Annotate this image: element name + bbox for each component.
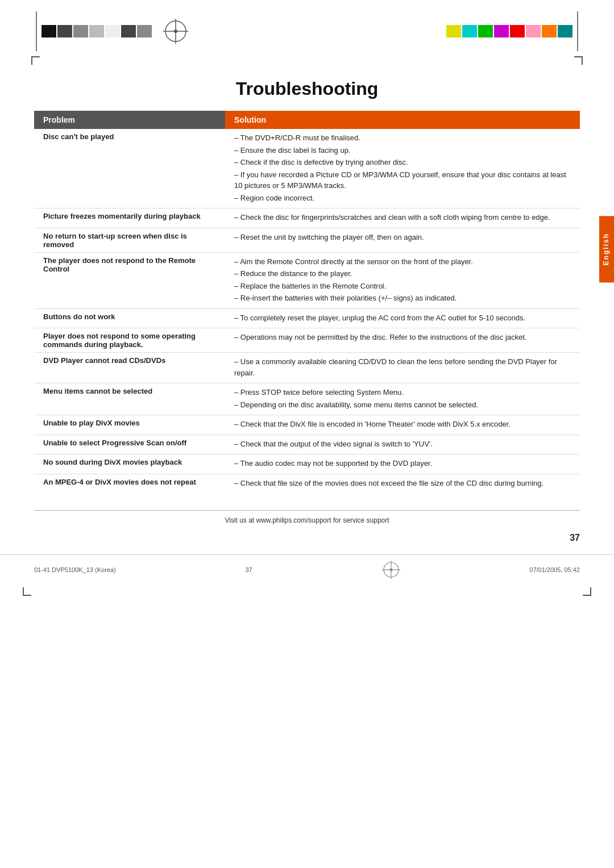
col-header-solution: Solution bbox=[225, 111, 580, 129]
solution-cell: The DVD+R/CD-R must be finalised.Ensure … bbox=[225, 129, 580, 208]
solution-item: Ensure the disc label is facing up. bbox=[234, 145, 571, 156]
solution-item: The audio codec may not be supported by … bbox=[234, 458, 571, 469]
footer-left: 01-41 DVP5100K_13 (Korea) bbox=[34, 566, 116, 573]
solution-cell: Check that the output of the video signa… bbox=[225, 435, 580, 454]
bottom-corners bbox=[0, 587, 614, 596]
footer-center: 37 bbox=[245, 566, 252, 573]
solution-item: If you have recorded a Picture CD or MP3… bbox=[234, 169, 571, 191]
problem-cell: Player does not respond to some operatin… bbox=[34, 328, 225, 353]
corner-top-right bbox=[574, 56, 583, 65]
solution-cell: Reset the unit by switching the player o… bbox=[225, 228, 580, 252]
solution-cell: Use a commonly available cleaning CD/DVD… bbox=[225, 353, 580, 383]
solution-item: Reduce the distance to the player. bbox=[234, 268, 571, 279]
solution-item: To completely reset the player, unplug t… bbox=[234, 312, 571, 324]
table-row: Menu items cannot be selectedPress STOP … bbox=[34, 383, 580, 415]
color-block-magenta bbox=[494, 25, 509, 37]
table-row: An MPEG-4 or DivX movies does not repeat… bbox=[34, 474, 580, 493]
crosshair-left bbox=[163, 19, 188, 44]
table-row: Picture freezes momentarily during playb… bbox=[34, 208, 580, 228]
solution-item: Check that the DivX file is encoded in '… bbox=[234, 419, 571, 430]
table-row: The player does not respond to the Remot… bbox=[34, 252, 580, 308]
problem-cell: An MPEG-4 or DivX movies does not repeat bbox=[34, 474, 225, 493]
corner-bottom-left bbox=[23, 587, 31, 596]
color-block-red bbox=[510, 25, 525, 37]
color-block-teal bbox=[558, 25, 572, 37]
problem-cell: Buttons do not work bbox=[34, 308, 225, 328]
footer: 01-41 DVP5100K_13 (Korea) 37 07/01/2005,… bbox=[0, 554, 614, 585]
table-row: Unable to play DivX moviesCheck that the… bbox=[34, 415, 580, 435]
table-row: Player does not respond to some operatin… bbox=[34, 328, 580, 353]
bottom-divider bbox=[34, 510, 580, 511]
color-strip-left bbox=[42, 25, 152, 37]
vert-line-left bbox=[36, 11, 37, 51]
language-tab: English bbox=[599, 216, 614, 282]
svg-point-3 bbox=[174, 30, 177, 33]
solution-cell: Aim the Remote Control directly at the s… bbox=[225, 252, 580, 308]
solution-item: Check that the output of the video signa… bbox=[234, 439, 571, 450]
color-block-white bbox=[105, 25, 120, 37]
table-row: Buttons do not workTo completely reset t… bbox=[34, 308, 580, 328]
support-text: Visit us at www.philips.com/support for … bbox=[34, 516, 580, 524]
problem-cell: Unable to play DivX movies bbox=[34, 415, 225, 435]
solution-item: Check if the disc is defective by trying… bbox=[234, 157, 571, 168]
color-block-mid bbox=[73, 25, 88, 37]
color-block-mid2 bbox=[137, 25, 152, 37]
page-number: 37 bbox=[0, 533, 614, 543]
color-block-dark bbox=[57, 25, 72, 37]
corner-top-left bbox=[31, 56, 40, 65]
problem-cell: No sound during DivX movies playback bbox=[34, 454, 225, 474]
solution-item: Depending on the disc availability, some… bbox=[234, 399, 571, 411]
corner-bottom-right bbox=[583, 587, 591, 596]
table-body: Disc can't be playedThe DVD+R/CD-R must … bbox=[34, 129, 580, 493]
svg-point-7 bbox=[389, 569, 392, 571]
color-block-black bbox=[42, 25, 56, 37]
vert-line-right bbox=[577, 11, 578, 51]
solution-item: Region code incorrect. bbox=[234, 193, 571, 204]
solution-item: Reset the unit by switching the player o… bbox=[234, 232, 571, 243]
table-row: Unable to select Progressive Scan on/off… bbox=[34, 435, 580, 454]
page-title-area: Troubleshooting bbox=[0, 67, 614, 105]
solution-item: Re-insert the batteries with their polar… bbox=[234, 293, 571, 304]
solution-cell: The audio codec may not be supported by … bbox=[225, 454, 580, 474]
color-block-orange bbox=[542, 25, 557, 37]
solution-item: The DVD+R/CD-R must be finalised. bbox=[234, 132, 571, 144]
problem-cell: DVD Player cannot read CDs/DVDs bbox=[34, 353, 225, 383]
color-block-green bbox=[478, 25, 493, 37]
solution-item: Use a commonly available cleaning CD/DVD… bbox=[234, 356, 571, 378]
color-block-light bbox=[89, 25, 104, 37]
table-row: DVD Player cannot read CDs/DVDsUse a com… bbox=[34, 353, 580, 383]
solution-cell: Check that file size of the movies does … bbox=[225, 474, 580, 493]
color-block-dark2 bbox=[121, 25, 136, 37]
problem-cell: Unable to select Progressive Scan on/off bbox=[34, 435, 225, 454]
solution-item: Replace the batteries in the Remote Cont… bbox=[234, 281, 571, 292]
solution-cell: Check that the DivX file is encoded in '… bbox=[225, 415, 580, 435]
solution-item: Operations may not be permitted by the d… bbox=[234, 332, 571, 343]
footer-crosshair bbox=[382, 561, 400, 579]
solution-item: Press STOP twice before selecting System… bbox=[234, 387, 571, 398]
problem-cell: Disc can't be played bbox=[34, 129, 225, 208]
color-block-cyan bbox=[462, 25, 477, 37]
solution-cell: Press STOP twice before selecting System… bbox=[225, 383, 580, 415]
problem-cell: No return to start-up screen when disc i… bbox=[34, 228, 225, 252]
top-graphic-bar bbox=[0, 0, 614, 51]
color-strip-right bbox=[446, 25, 572, 37]
color-block-pink bbox=[526, 25, 541, 37]
table-header: Problem Solution bbox=[34, 111, 580, 129]
top-left-colors bbox=[31, 11, 200, 51]
troubleshooting-table: Problem Solution Disc can't be playedThe… bbox=[34, 111, 580, 493]
solution-item: Check the disc for fingerprints/scratche… bbox=[234, 212, 571, 223]
solution-item: Check that file size of the movies does … bbox=[234, 478, 571, 489]
problem-cell: The player does not respond to the Remot… bbox=[34, 252, 225, 308]
table-header-row: Problem Solution bbox=[34, 111, 580, 129]
problem-cell: Menu items cannot be selected bbox=[34, 383, 225, 415]
table-row: No return to start-up screen when disc i… bbox=[34, 228, 580, 252]
col-header-problem: Problem bbox=[34, 111, 225, 129]
solution-cell: To completely reset the player, unplug t… bbox=[225, 308, 580, 328]
page-title: Troubleshooting bbox=[45, 78, 569, 99]
problem-cell: Picture freezes momentarily during playb… bbox=[34, 208, 225, 228]
solution-item: Aim the Remote Control directly at the s… bbox=[234, 256, 571, 268]
solution-cell: Check the disc for fingerprints/scratche… bbox=[225, 208, 580, 228]
footer-right: 07/01/2005, 05:42 bbox=[529, 566, 580, 573]
color-block-yellow bbox=[446, 25, 461, 37]
solution-cell: Operations may not be permitted by the d… bbox=[225, 328, 580, 353]
